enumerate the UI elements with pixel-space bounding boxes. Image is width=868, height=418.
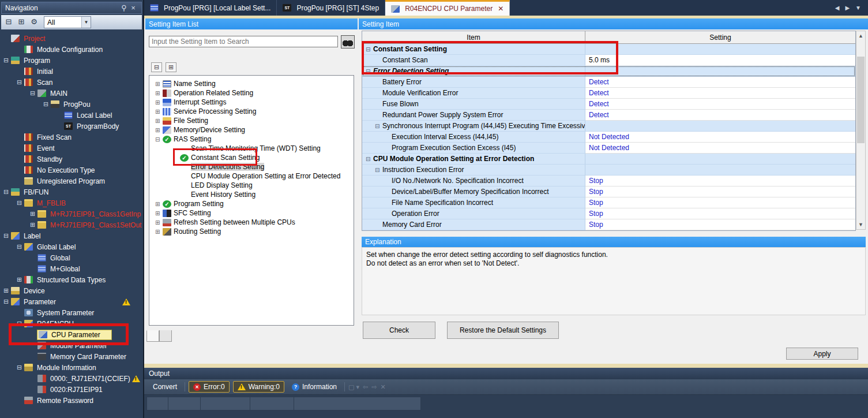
tree-expander-icon[interactable]: ⊟ [155,136,163,143]
scroll-down-icon[interactable]: ▼ [856,220,865,229]
nav-tree-item[interactable]: Global [0,252,143,263]
tab-scroll-right-icon[interactable]: ▶ [845,5,850,11]
scroll-up-icon[interactable]: ▲ [856,31,865,40]
row-expander-icon[interactable]: ⊟ [375,167,382,173]
tree-expander-icon[interactable]: ⊟ [30,88,37,99]
nav-tree-item[interactable]: System Parameter [0,307,143,318]
setting-value-cell[interactable]: Detect [585,88,855,99]
information-filter-button[interactable]: Information [288,382,341,392]
setting-table-row[interactable]: Device/Label/Buffer Memory Specification… [362,186,855,197]
nav-tree-item[interactable]: ⊞ Device [0,285,143,296]
setting-item-tree-row[interactable]: ⊞ Routing Setting [149,227,354,236]
nav-tree-item[interactable]: ⊟ ProgPou [0,99,143,110]
output-column-header[interactable] [168,397,201,410]
setting-value-cell[interactable] [585,66,855,77]
setting-table-row[interactable]: Fuse Blown Detect [362,99,855,110]
bottom-tab[interactable] [159,330,172,342]
setting-table-row[interactable]: Battery Error Detect [362,77,855,88]
setting-value-cell[interactable]: Detect [585,77,855,88]
tree-expander-icon[interactable]: ⊟ [3,186,11,197]
nav-tree-item[interactable]: ⊟ Program [0,55,143,66]
output-column-header[interactable] [201,397,250,410]
nav-tree-item[interactable]: M+Global [0,263,143,274]
collapse-all-icon[interactable]: ⊟ [151,62,162,72]
tree-expander-icon[interactable]: ⊞ [155,219,163,226]
setting-item-tree-row[interactable]: Event History Setting [149,190,354,199]
setting-item-tree-row[interactable]: CPU Module Operation Setting at Error De… [149,171,354,181]
gear-icon[interactable]: ⚙ [29,17,39,27]
nav-tree-item[interactable]: Local Label [0,110,143,121]
nav-tree-item[interactable]: ⊟ Scan [0,77,143,88]
nav-tree-item[interactable]: ⊟ FB/FUN [0,186,143,197]
tree-expander-icon[interactable]: ⊞ [30,208,37,219]
setting-value-cell[interactable]: Not Detected [585,132,855,143]
table-scrollbar[interactable]: ▲ ▼ [856,31,866,230]
nav-tree-item[interactable]: ⊟ Module Information [0,362,143,373]
search-button[interactable] [341,35,355,48]
setting-value-cell[interactable]: Detect [585,110,855,121]
nav-tree-item[interactable]: Module Parameter [0,340,143,351]
setting-item-tree-row[interactable]: ⊞ Memory/Device Setting [149,125,354,135]
setting-item-tree-row[interactable]: ⊞ Operation Related Setting [149,88,354,98]
tree-expander-icon[interactable]: ⊟ [3,230,11,241]
row-expander-icon[interactable]: ⊟ [375,123,382,129]
nav-tree-item[interactable]: ⊟ R04ENCPU [0,318,143,329]
tree-expander-icon[interactable]: ⊟ [3,55,11,66]
setting-item-tree-row[interactable]: Scan Time Monitoring Time (WDT) Setting [149,144,354,153]
setting-value-cell[interactable]: Stop [585,219,855,230]
setting-item-tree-row[interactable]: Error Detections Setting [149,162,354,171]
setting-item-tree-row[interactable]: ⊞ File Setting [149,116,354,125]
document-tab[interactable]: R04ENCPU CPU Parameter ✕ [385,0,510,16]
tree-expander-icon[interactable]: ⊟ [17,318,24,329]
setting-table-row[interactable]: Constant Scan 5.0 ms [362,55,855,66]
setting-table-row[interactable]: Module Verification Error Detect [362,88,855,99]
tree-expander-icon[interactable]: ⊟ [17,362,24,373]
nav-tree-item[interactable]: Remote Password [0,395,143,406]
output-column-header[interactable] [250,397,294,410]
setting-table-row[interactable]: ⊟ Synchronous Interrupt Program (I44,I45… [362,121,855,132]
document-tab[interactable]: ProgPou [PRG] [ST] 4Step [277,0,385,16]
nav-tree-item[interactable]: Unregistered Program [0,176,143,186]
setting-table-row[interactable]: ⊟ CPU Module Operation Setting at Error … [362,154,855,165]
setting-table-row[interactable]: I/O No./Network No. Specification Incorr… [362,176,855,186]
tree-expander-icon[interactable]: ⊞ [155,109,163,115]
expand-tree-icon[interactable]: ⊞ [16,17,27,27]
collapse-tree-icon[interactable]: ⊟ [3,17,14,27]
row-expander-icon[interactable]: ⊟ [366,68,373,74]
setting-item-tree-row[interactable]: ⊞ Program Setting [149,199,354,208]
tab-list-dropdown-icon[interactable]: ▼ [855,5,861,11]
setting-item-tree-row[interactable]: ⊟ RAS Setting [149,135,354,144]
setting-table-row[interactable]: Redundant Power Supply System Error Dete… [362,110,855,121]
setting-table-row[interactable]: File Name Specification Incorrect Stop [362,197,855,208]
setting-item-tree-row[interactable]: LED Display Setting [149,181,354,190]
tree-expander-icon[interactable]: ⊞ [155,81,163,87]
setting-value-cell[interactable] [585,154,855,165]
setting-table-row[interactable]: ⊟ Constant Scan Setting [362,44,855,55]
tree-expander-icon[interactable]: ⊟ [17,241,24,252]
nav-tree-item[interactable]: 0020:RJ71EIP91 [0,384,143,395]
nav-tree-item[interactable]: CPU Parameter [0,329,143,340]
setting-value-cell[interactable]: Stop [585,186,855,197]
nav-filter-dropdown[interactable]: All ▼ [44,16,91,28]
setting-value-cell[interactable] [585,44,855,55]
nav-tree-item[interactable]: ProgramBody [0,121,143,132]
nav-tree-item[interactable]: Initial [0,66,143,77]
setting-table-row[interactable]: Program Execution Section Excess (I45) N… [362,143,855,154]
nav-tree-item[interactable]: ⊞ Structured Data Types [0,274,143,285]
tree-expander-icon[interactable]: ⊞ [17,274,24,285]
tree-expander-icon[interactable]: ⊞ [155,229,163,235]
setting-value-cell[interactable]: Stop [585,176,855,186]
nav-tree-item[interactable]: ⊟ Global Label [0,241,143,252]
error-filter-button[interactable]: Error:0 [189,381,230,393]
tree-expander-icon[interactable]: ⊞ [155,90,163,96]
setting-value-cell[interactable]: Detect [585,99,855,110]
setting-value-cell[interactable]: Not Detected [585,143,855,154]
search-input[interactable] [149,36,338,47]
nav-tree-item[interactable]: Project [0,33,143,44]
nav-tree-item[interactable]: ⊟ M_FBLIB [0,197,143,208]
setting-item-tree-row[interactable]: ⊞ Interrupt Settings [149,98,354,107]
tree-expander-icon[interactable]: ⊟ [17,197,24,208]
setting-item-tree-row[interactable]: ⊞ SFC Setting [149,208,354,218]
warning-filter-button[interactable]: Warning:0 [233,381,284,393]
restore-defaults-button[interactable]: Restore the Default Settings [447,322,559,339]
